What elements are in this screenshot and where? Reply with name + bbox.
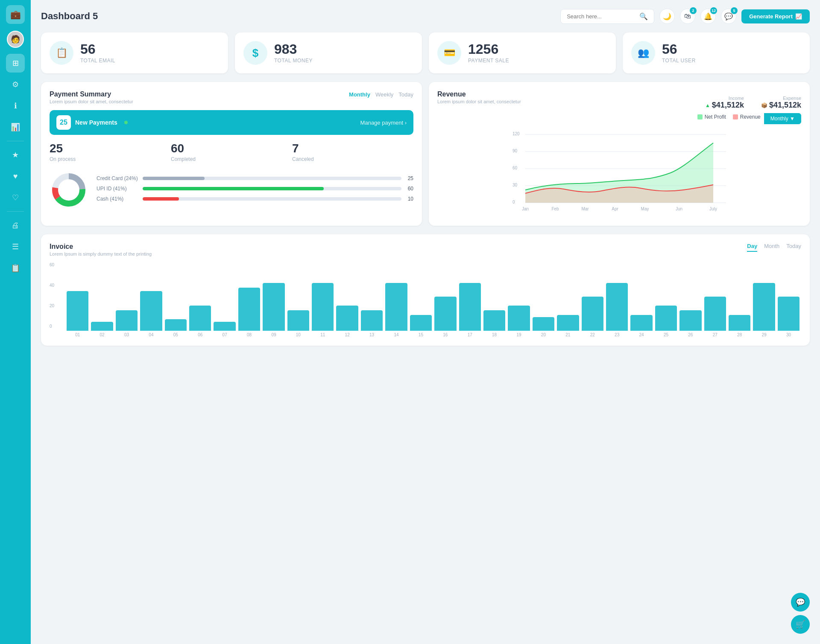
invoice-x-label: 21 (557, 332, 579, 337)
sidebar-item-settings[interactable]: ⚙ (6, 75, 25, 94)
revenue-title-block: Revenue Lorem ipsum dolor sit amet, cons… (437, 90, 521, 104)
invoice-bar (263, 283, 284, 331)
invoice-x-label: 25 (655, 332, 677, 337)
invoice-bar (336, 306, 358, 331)
invoice-tabs: Day Month Today (747, 243, 801, 252)
middle-row: Payment Summary Lorem ipsum dolor sit am… (41, 82, 810, 226)
income-value: $41,512k (712, 101, 744, 110)
bell-badge: 12 (710, 7, 717, 14)
logo-icon: 💼 (10, 9, 21, 20)
invoice-x-labels: 0102030405060708091011121314151617181920… (65, 331, 801, 337)
revenue-monthly-tab[interactable]: Monthly ▼ (764, 113, 801, 124)
y-label-40: 40 (50, 283, 60, 288)
tab-monthly[interactable]: Monthly (349, 90, 370, 99)
svg-text:60: 60 (512, 166, 518, 170)
invoice-x-label: 03 (116, 332, 138, 337)
cash-label: Cash (41%) (97, 196, 139, 202)
invoice-bar (655, 306, 677, 331)
header-right: 🔍 🌙 🛍 2 🔔 12 💬 5 Generate Report 📈 (560, 9, 810, 24)
invoice-bar (312, 283, 334, 331)
process-stats: 25 On process 60 Completed 7 Canceled (50, 142, 413, 162)
float-cart-button[interactable]: 🛒 (791, 615, 810, 634)
invoice-x-label: 02 (91, 332, 113, 337)
search-input[interactable] (567, 13, 636, 20)
invoice-bar (557, 315, 579, 331)
invoice-x-label: 27 (704, 332, 726, 337)
payment-summary-header: Payment Summary Lorem ipsum dolor sit am… (50, 90, 413, 104)
income-block: Income ▲ $41,512k (705, 96, 744, 110)
total-email-num: 56 (80, 42, 115, 56)
invoice-x-label: 13 (361, 332, 383, 337)
invoice-bar (606, 283, 628, 331)
donut-svg (50, 171, 88, 209)
cash-track (143, 197, 401, 201)
stat-info-user: 56 TOTAL USER (662, 42, 696, 64)
invoice-bar (140, 291, 162, 331)
theme-toggle-button[interactable]: 🌙 (659, 9, 675, 24)
sidebar-item-info[interactable]: ℹ (6, 96, 25, 115)
sidebar-item-wishlist[interactable]: ♡ (6, 188, 25, 207)
invoice-x-label: 10 (287, 332, 309, 337)
print-icon: 🖨 (12, 221, 19, 230)
bell-notification-button[interactable]: 🔔 12 (700, 9, 716, 24)
invoice-bar (189, 306, 211, 331)
invoice-bar-chart (65, 262, 801, 331)
invoice-chart-wrap: 60 40 20 0 01020304050607080910111213141… (50, 262, 801, 337)
on-process-label: On process (50, 156, 171, 162)
manage-payment-link[interactable]: Manage payment › (360, 119, 407, 126)
revenue-dot (733, 114, 738, 119)
completed-stat: 60 Completed (171, 142, 292, 162)
sidebar-logo[interactable]: 💼 (6, 5, 25, 24)
info-icon: ℹ (14, 101, 17, 111)
completed-num: 60 (171, 142, 292, 155)
income-arrow-icon: ▲ (705, 102, 710, 108)
payment-summary-title: Payment Summary (50, 90, 133, 98)
credit-label: Credit Card (24%) (97, 175, 139, 181)
invoice-x-label: 26 (679, 332, 701, 337)
tab-weekly[interactable]: Weekly (375, 90, 393, 99)
y-label-20: 20 (50, 303, 60, 308)
stat-card-email: 📋 56 TOTAL EMAIL (41, 32, 228, 73)
payment-sale-num: 1256 (468, 42, 509, 56)
dashboard-icon: ⊞ (12, 58, 19, 68)
heart-icon: ♥ (13, 172, 18, 181)
shopping-notification-button[interactable]: 🛍 2 (680, 9, 695, 24)
invoice-tab-today[interactable]: Today (786, 243, 801, 252)
svg-text:Feb: Feb (551, 207, 559, 211)
search-box[interactable]: 🔍 (560, 9, 654, 24)
invoice-tab-month[interactable]: Month (764, 243, 779, 252)
expense-box-icon: 📦 (761, 102, 767, 108)
invoice-tab-day[interactable]: Day (747, 243, 757, 252)
sidebar-item-print[interactable]: 🖨 (6, 216, 25, 235)
message-notification-button[interactable]: 💬 5 (721, 9, 736, 24)
credit-track (143, 177, 401, 180)
invoice-bar (459, 283, 481, 331)
tab-today[interactable]: Today (398, 90, 413, 99)
sidebar-item-favorites[interactable]: ♥ (6, 167, 25, 186)
email-icon: 📋 (50, 41, 73, 65)
sidebar-item-list[interactable]: 📋 (6, 259, 25, 277)
sidebar-divider (7, 141, 24, 141)
revenue-chart-svg: 120 90 60 30 0 Jan Feb Mar (437, 130, 801, 216)
stat-info-email: 56 TOTAL EMAIL (80, 42, 115, 64)
canceled-num: 7 (292, 142, 413, 155)
upi-track (143, 187, 401, 190)
sidebar-item-analytics[interactable]: 📊 (6, 118, 25, 137)
sidebar-item-star[interactable]: ★ (6, 146, 25, 164)
float-chat-button[interactable]: 💬 (791, 593, 810, 612)
search-icon: 🔍 (639, 12, 648, 20)
expense-value: $41,512k (769, 101, 801, 110)
avatar[interactable]: 🧑 (7, 31, 24, 48)
total-money-label: TOTAL MONEY (274, 58, 313, 64)
payment-summary-subtitle: Lorem ipsum dolor sit amet, consectetur (50, 99, 133, 104)
bar-row-cash: Cash (41%) 10 (97, 196, 413, 202)
invoice-bar (410, 315, 432, 331)
generate-report-button[interactable]: Generate Report 📈 (741, 9, 810, 23)
menu-icon: ☰ (12, 242, 19, 251)
sidebar: 💼 🧑 ⊞ ⚙ ℹ 📊 ★ ♥ ♡ 🖨 ☰ 📋 (0, 0, 31, 644)
invoice-bar (287, 310, 309, 331)
sidebar-item-dashboard[interactable]: ⊞ (6, 54, 25, 73)
invoice-bar (582, 297, 603, 331)
sidebar-item-menu[interactable]: ☰ (6, 237, 25, 256)
svg-text:30: 30 (512, 183, 518, 187)
